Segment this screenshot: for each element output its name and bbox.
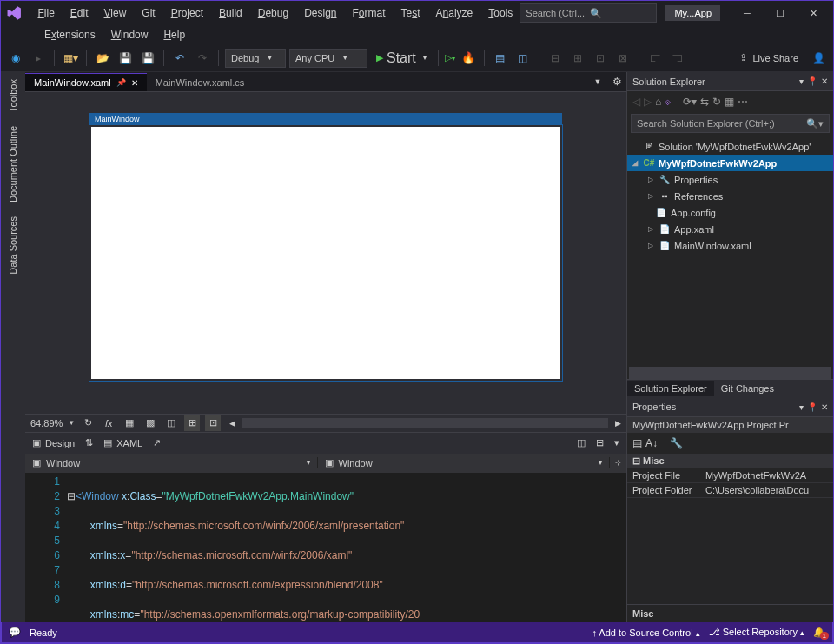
menu-project[interactable]: Project — [164, 4, 210, 22]
zoom-level[interactable]: 64.89% — [30, 418, 63, 428]
menu-design[interactable]: Design — [297, 4, 343, 22]
menu-analyze[interactable]: Analyze — [429, 4, 480, 22]
props-row-projectfolder[interactable]: Project FolderC:\Users\collabera\Docu — [627, 483, 833, 498]
account-icon[interactable]: 👤 — [809, 49, 828, 68]
wrench-icon[interactable]: 🔧 — [670, 437, 683, 449]
fx-icon[interactable]: fx — [101, 415, 116, 431]
scroll-right-icon[interactable]: ▶ — [615, 419, 621, 428]
select-repo-button[interactable]: ⎇ Select Repository ▴ — [709, 627, 804, 638]
undo-button[interactable]: ↶ — [170, 49, 189, 68]
tree-references[interactable]: ▷▪▪References — [627, 188, 833, 204]
start-no-debug-button[interactable]: ▷▾ — [445, 52, 455, 63]
tab-mainwindow-xaml[interactable]: MainWindow.xaml 📌 ✕ — [25, 73, 147, 91]
snap-icon[interactable]: ⊡ — [205, 415, 221, 431]
code-content[interactable]: ⊟<Window x:Class="MyWpfDotnetFwkWv2App.M… — [67, 473, 626, 644]
tool-icon[interactable]: ⊡ — [591, 49, 610, 68]
app-name-badge[interactable]: My...App — [665, 5, 720, 21]
split-icon[interactable]: ⊹ — [610, 459, 626, 467]
nav-member-combo[interactable]: ▣Window▾ — [318, 457, 611, 468]
nav-back-button[interactable]: ◉ — [6, 49, 25, 68]
maximize-button[interactable]: ☐ — [765, 3, 795, 23]
split-h-icon[interactable]: ◫ — [577, 437, 586, 448]
tree-properties[interactable]: ▷🔧Properties — [627, 171, 833, 188]
start-debug-button[interactable]: ▶Start▾ — [371, 49, 432, 68]
refresh-icon[interactable]: ↻ — [80, 415, 96, 431]
tree-appconfig[interactable]: 📄App.config — [627, 204, 833, 221]
menu-format[interactable]: Format — [346, 4, 393, 22]
menu-window[interactable]: Window — [104, 26, 156, 43]
menu-file[interactable]: File — [30, 4, 61, 22]
save-all-button[interactable]: 💾 — [138, 49, 157, 68]
snap-icon[interactable]: ◫ — [163, 415, 179, 431]
config-combo[interactable]: Debug▼ — [225, 49, 286, 68]
add-source-control-button[interactable]: ↑ Add to Source Control ▴ — [592, 627, 699, 638]
snap-icon[interactable]: ▩ — [142, 415, 158, 431]
code-editor[interactable]: 123456789 ⊟<Window x:Class="MyWpfDotnetF… — [25, 473, 626, 644]
menu-build[interactable]: Build — [212, 4, 249, 22]
dropdown-icon[interactable]: ▾ — [799, 76, 804, 86]
properties-object-selector[interactable]: MyWpfDotnetFwkWv2App Project Pr — [627, 417, 833, 433]
snap-icon[interactable]: ⊞ — [184, 415, 200, 431]
grid-icon[interactable]: ▦ — [122, 415, 137, 431]
tool-icon[interactable]: ⫍ — [645, 49, 665, 68]
notifications-button[interactable]: 🔔1 — [813, 627, 825, 638]
h-scrollbar[interactable] — [242, 418, 608, 428]
tool-icon[interactable]: ⊠ — [613, 49, 632, 68]
home-icon[interactable]: ⌂ — [655, 96, 661, 108]
menu-git[interactable]: Git — [135, 4, 162, 22]
menu-test[interactable]: Test — [394, 4, 427, 22]
close-icon[interactable]: ✕ — [821, 76, 828, 86]
sync-icon[interactable]: ⟳▾ — [683, 96, 697, 108]
save-button[interactable]: 💾 — [116, 49, 135, 68]
hot-reload-button[interactable]: 🔥 — [459, 49, 478, 68]
fwd-icon[interactable]: ▷ — [644, 96, 652, 108]
window-mock[interactable]: MainWindow — [91, 127, 560, 379]
pin-icon[interactable]: 📍 — [807, 402, 817, 412]
document-outline-tab[interactable]: Document Outline — [4, 119, 22, 209]
feedback-icon[interactable]: 💬 — [9, 627, 21, 638]
categorized-icon[interactable]: ▤ — [632, 437, 642, 449]
nav-scope-combo[interactable]: ▣Window▾ — [25, 457, 318, 468]
tree-appxaml[interactable]: ▷📄App.xaml — [627, 221, 833, 237]
minimize-button[interactable]: ─ — [732, 3, 762, 23]
new-project-button[interactable]: ▦▾ — [61, 49, 80, 68]
pin-icon[interactable]: 📌 — [116, 78, 126, 87]
show-all-icon[interactable]: ▦ — [725, 96, 734, 108]
split-v-icon[interactable]: ⊟ — [596, 437, 604, 448]
solution-search-input[interactable]: Search Solution Explorer (Ctrl+;) 🔍▾ — [631, 114, 830, 133]
back-icon[interactable]: ◁ — [632, 96, 640, 108]
redo-button[interactable]: ↷ — [193, 49, 212, 68]
tab-solution-explorer[interactable]: Solution Explorer — [627, 381, 714, 396]
tree-solution[interactable]: 🖹Solution 'MyWpfDotnetFwkWv2App' — [627, 138, 833, 155]
menu-extensions[interactable]: Extensions — [37, 26, 103, 43]
gear-icon[interactable]: ⚙ — [607, 72, 626, 91]
scroll-left-icon[interactable]: ◀ — [229, 419, 235, 428]
chevron-down-icon[interactable]: ▼ — [68, 419, 75, 427]
solution-tree[interactable]: 🖹Solution 'MyWpfDotnetFwkWv2App' ◢C#MyWp… — [627, 135, 833, 367]
data-sources-tab[interactable]: Data Sources — [4, 209, 22, 282]
open-button[interactable]: 📂 — [93, 49, 112, 68]
design-canvas[interactable]: MainWindow — [25, 92, 626, 414]
overflow-icon[interactable]: ⋯ — [738, 96, 748, 108]
tool-icon[interactable]: ⊟ — [546, 49, 565, 68]
tree-project[interactable]: ◢C#MyWpfDotnetFwkWv2App — [627, 155, 833, 171]
close-icon[interactable]: ✕ — [131, 78, 138, 88]
close-button[interactable]: ✕ — [798, 3, 828, 23]
search-input[interactable]: Search (Ctrl... 🔍 — [520, 3, 657, 23]
menu-debug[interactable]: Debug — [251, 4, 295, 22]
menu-help[interactable]: Help — [156, 26, 192, 43]
swap-icon[interactable]: ⇅ — [85, 437, 93, 448]
toolbox-tab[interactable]: Toolbox — [4, 72, 22, 119]
pin-icon[interactable]: 📍 — [807, 76, 817, 86]
popout-icon[interactable]: ↗ — [153, 437, 161, 448]
h-scrollbar[interactable] — [629, 367, 831, 379]
tool-icon[interactable]: ⫎ — [668, 49, 687, 68]
tab-overflow-icon[interactable]: ▼ — [588, 72, 607, 91]
dropdown-icon[interactable]: ▾ — [799, 402, 804, 412]
tool-icon[interactable]: ▤ — [491, 49, 510, 68]
nav-fwd-button[interactable]: ▸ — [29, 49, 48, 68]
collapse-icon[interactable]: ▾ — [614, 437, 619, 448]
collapse-icon[interactable]: ⇆ — [700, 96, 709, 108]
platform-combo[interactable]: Any CPU▼ — [289, 49, 367, 68]
props-section-misc[interactable]: ⊟ Misc — [627, 454, 833, 468]
